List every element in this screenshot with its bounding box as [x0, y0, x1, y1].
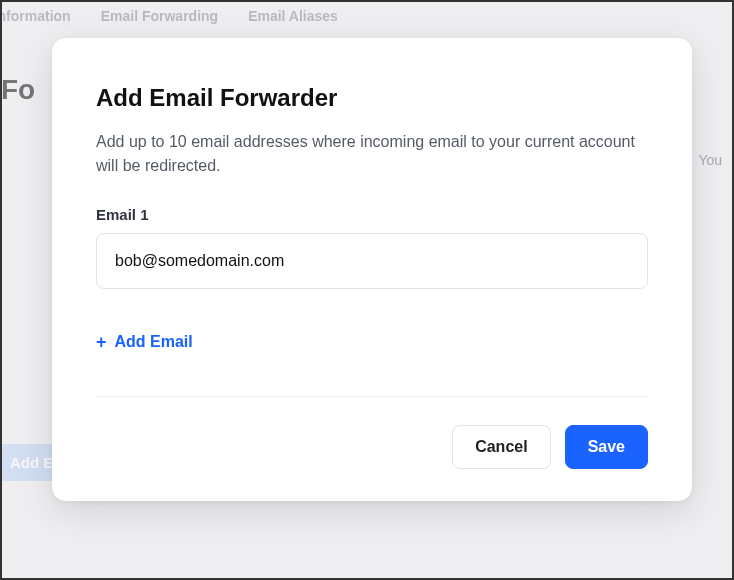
- email-1-input[interactable]: [96, 233, 648, 289]
- add-email-label: Add Email: [115, 333, 193, 351]
- modal-divider: [96, 396, 648, 397]
- modal-actions: Cancel Save: [96, 425, 648, 469]
- cancel-button[interactable]: Cancel: [452, 425, 550, 469]
- add-forwarder-modal: Add Email Forwarder Add up to 10 email a…: [52, 38, 692, 501]
- modal-subtitle: Add up to 10 email addresses where incom…: [96, 130, 648, 178]
- modal-title: Add Email Forwarder: [96, 84, 648, 112]
- email-1-label: Email 1: [96, 206, 648, 223]
- plus-icon: +: [96, 333, 107, 351]
- add-email-button[interactable]: + Add Email: [96, 333, 193, 351]
- save-button[interactable]: Save: [565, 425, 648, 469]
